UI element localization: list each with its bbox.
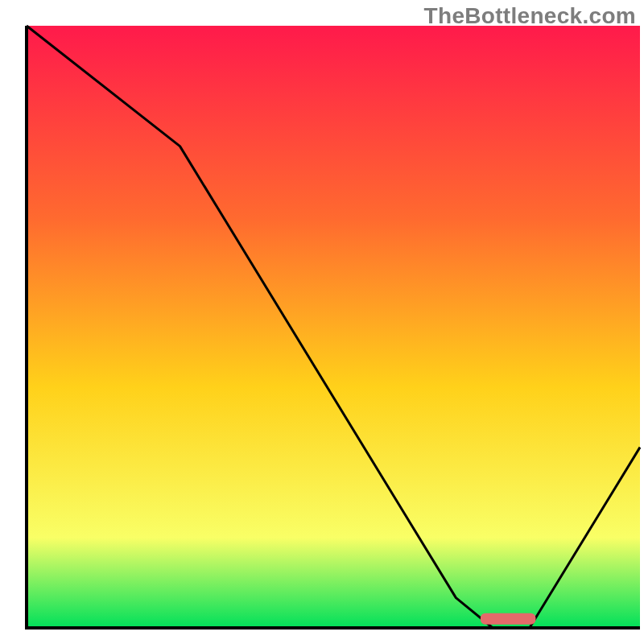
- bottleneck-chart: [0, 0, 644, 644]
- plot-background: [27, 26, 640, 628]
- optimal-region-marker: [481, 613, 536, 625]
- watermark-text: TheBottleneck.com: [424, 3, 636, 29]
